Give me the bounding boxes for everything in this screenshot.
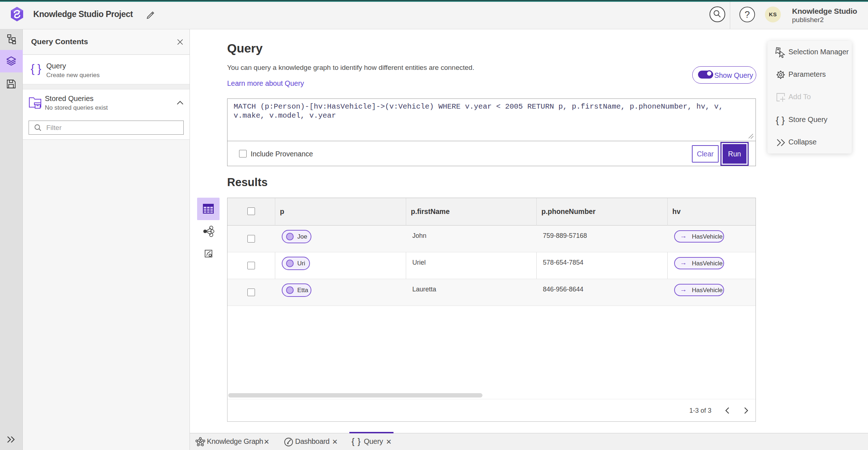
svg-text:?: ? <box>745 9 750 20</box>
